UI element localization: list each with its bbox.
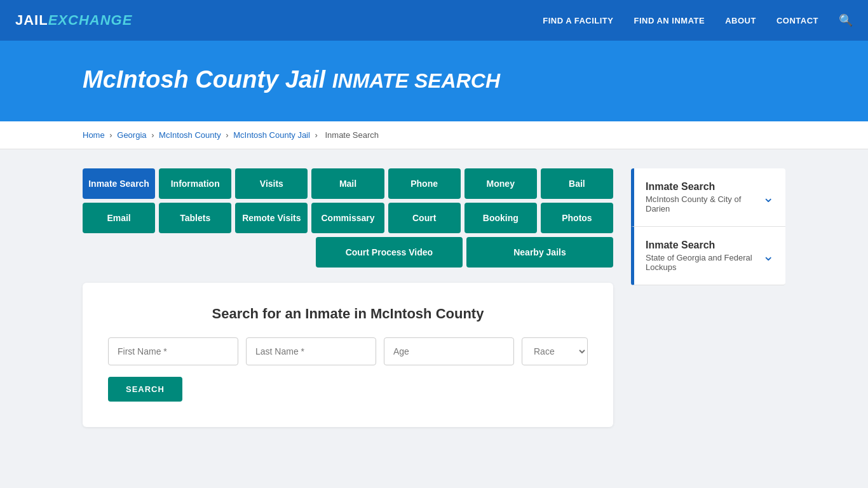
sidebar-card-2-title: Inmate Search: [646, 240, 763, 251]
tab-court[interactable]: Court: [388, 203, 461, 233]
sidebar-card-1-subtitle: McIntosh County & City of Darien: [646, 194, 763, 214]
nav-about[interactable]: ABOUT: [725, 16, 756, 25]
chevron-down-icon-2: ⌄: [763, 248, 774, 264]
sidebar-card-2[interactable]: Inmate Search State of Georgia and Feder…: [631, 227, 785, 285]
form-row-inputs: Race White Black Hispanic Asian Other: [108, 337, 588, 365]
nav-find-inmate[interactable]: FIND AN INMATE: [634, 16, 705, 25]
tab-commissary[interactable]: Commissary: [311, 203, 384, 233]
logo[interactable]: JAILEXCHANGE: [15, 12, 132, 29]
age-input[interactable]: [384, 337, 514, 365]
breadcrumb: Home › Georgia › McIntosh County › McInt…: [0, 121, 868, 149]
race-select[interactable]: Race White Black Hispanic Asian Other: [522, 337, 588, 365]
tab-inmate-search[interactable]: Inmate Search: [83, 168, 155, 199]
search-icon[interactable]: 🔍: [839, 13, 853, 27]
tab-tablets[interactable]: Tablets: [159, 203, 231, 233]
nav-contact[interactable]: CONTACT: [776, 16, 818, 25]
tab-money[interactable]: Money: [465, 168, 537, 199]
breadcrumb-county[interactable]: McIntosh County: [159, 130, 221, 140]
breadcrumb-georgia[interactable]: Georgia: [117, 130, 146, 140]
breadcrumb-current: Inmate Search: [325, 130, 379, 140]
sidebar-card-1[interactable]: Inmate Search McIntosh County & City of …: [631, 168, 785, 227]
tab-row-2: Email Tablets Remote Visits Commissary C…: [83, 203, 613, 233]
sidebar-card-2-subtitle: State of Georgia and Federal Lockups: [646, 253, 763, 272]
tab-row-1: Inmate Search Information Visits Mail Ph…: [83, 168, 613, 199]
tab-booking[interactable]: Booking: [465, 203, 537, 233]
breadcrumb-jail[interactable]: McIntosh County Jail: [233, 130, 310, 140]
chevron-down-icon-1: ⌄: [763, 189, 774, 206]
last-name-input[interactable]: [246, 337, 376, 365]
tab-information[interactable]: Information: [159, 168, 231, 199]
nav-links: FIND A FACILITY FIND AN INMATE ABOUT CON…: [543, 13, 853, 27]
sidebar-card-1-title: Inmate Search: [646, 181, 763, 193]
tab-nearby-jails[interactable]: Nearby Jails: [466, 237, 613, 268]
nav-find-facility[interactable]: FIND A FACILITY: [543, 16, 613, 25]
page-title: McIntosh County Jail INMATE SEARCH: [83, 66, 785, 93]
tab-visits[interactable]: Visits: [235, 168, 308, 199]
tab-bail[interactable]: Bail: [541, 168, 613, 199]
tab-mail[interactable]: Mail: [311, 168, 384, 199]
tab-court-process-video[interactable]: Court Process Video: [316, 237, 463, 268]
search-form-title: Search for an Inmate in McIntosh County: [108, 306, 588, 322]
tab-phone[interactable]: Phone: [388, 168, 461, 199]
tab-remote-visits[interactable]: Remote Visits: [235, 203, 308, 233]
tab-email[interactable]: Email: [83, 203, 155, 233]
tab-photos[interactable]: Photos: [541, 203, 613, 233]
search-button[interactable]: SEARCH: [108, 377, 182, 402]
right-sidebar: Inmate Search McIntosh County & City of …: [631, 168, 785, 285]
left-panel: Inmate Search Information Visits Mail Ph…: [83, 168, 613, 427]
navbar: JAILEXCHANGE FIND A FACILITY FIND AN INM…: [0, 0, 868, 41]
main-content: Inmate Search Information Visits Mail Ph…: [0, 149, 868, 446]
breadcrumb-home[interactable]: Home: [83, 130, 105, 140]
first-name-input[interactable]: [108, 337, 238, 365]
hero-section: McIntosh County Jail INMATE SEARCH: [0, 41, 868, 121]
search-form-box: Search for an Inmate in McIntosh County …: [83, 283, 613, 427]
tab-row-3: Court Process Video Nearby Jails: [83, 237, 613, 268]
